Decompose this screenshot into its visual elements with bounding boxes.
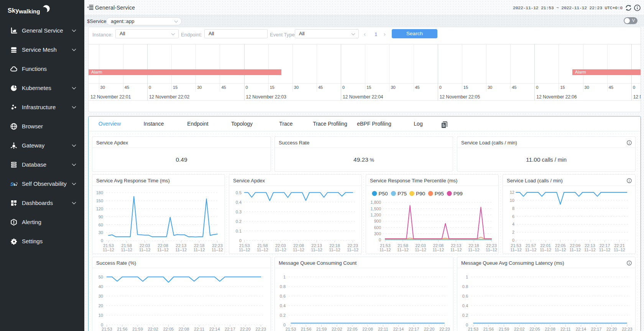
svg-text:21:53: 21:53 [286,327,296,331]
svg-text:22:11: 22:11 [378,327,388,331]
svg-text:P95: P95 [435,191,444,197]
svg-text:90: 90 [99,215,103,219]
svg-text:0.8: 0.8 [462,284,468,289]
svg-text:11–12: 11–12 [275,247,286,252]
svg-text:0: 0 [239,238,242,243]
svg-text:0.4: 0.4 [462,303,468,308]
svg-text:11–12: 11–12 [486,247,497,252]
svg-text:22:08: 22:08 [545,327,555,331]
svg-text:11–12: 11–12 [540,247,551,252]
svg-text:11–12: 11–12 [599,247,611,252]
svg-text:11–12: 11–12 [584,247,596,252]
svg-text:Skywalking: Skywalking [8,7,40,15]
svg-text:11–12: 11–12 [569,247,581,252]
svg-text:22:20: 22:20 [240,327,251,331]
svg-text:22:05: 22:05 [163,327,174,331]
svg-text:11–12: 11–12 [614,247,625,252]
svg-text:0.1: 0.1 [236,229,242,233]
svg-text:22:02: 22:02 [514,327,525,331]
svg-text:11–12: 11–12 [329,247,340,252]
svg-text:11–12: 11–12 [157,247,169,252]
svg-text:600: 600 [374,225,381,230]
svg-text:21:56: 21:56 [301,327,312,331]
svg-text:11–12: 11–12 [555,247,566,252]
svg-text:22:20: 22:20 [424,327,435,331]
svg-text:0.2: 0.2 [280,313,286,318]
svg-text:11–12: 11–12 [397,247,409,252]
svg-text:11–12: 11–12 [139,247,151,252]
svg-text:1: 1 [283,275,286,279]
svg-text:11–12: 11–12 [450,247,462,252]
svg-text:0.5: 0.5 [236,190,242,195]
svg-text:22:05: 22:05 [347,327,358,331]
svg-text:22:17: 22:17 [409,327,419,331]
svg-text:0: 0 [379,238,381,242]
svg-text:1,200: 1,200 [370,213,381,217]
svg-text:0.6: 0.6 [280,294,286,298]
svg-text:30: 30 [99,294,103,298]
svg-text:120: 120 [96,206,103,211]
svg-text:22:17: 22:17 [225,327,235,331]
svg-text:10: 10 [510,198,514,203]
svg-text:22:14: 22:14 [576,327,586,331]
svg-text:22:20: 22:20 [606,327,617,331]
svg-text:0.8: 0.8 [280,284,286,289]
svg-text:50: 50 [99,275,103,279]
svg-text:2: 2 [512,230,514,234]
svg-text:21:53: 21:53 [468,327,479,331]
svg-text:21:53: 21:53 [102,327,112,331]
svg-text:1,500: 1,500 [370,206,381,211]
svg-text:22:05: 22:05 [529,327,540,331]
svg-text:22:11: 22:11 [560,327,571,331]
svg-text:11–12: 11–12 [510,247,522,252]
svg-text:11–12: 11–12 [433,247,444,252]
svg-text:0.2: 0.2 [462,313,468,318]
svg-text:11–12: 11–12 [194,247,205,252]
svg-text:11–12: 11–12 [121,247,132,252]
svg-text:11–12: 11–12 [175,247,187,252]
svg-text:0.4: 0.4 [280,303,286,308]
svg-text:60: 60 [99,223,103,227]
svg-text:0.3: 0.3 [236,210,242,214]
svg-text:21:56: 21:56 [483,327,494,331]
svg-text:11–12: 11–12 [103,247,114,252]
svg-text:11–12: 11–12 [239,247,250,252]
svg-text:1,800: 1,800 [370,200,381,205]
svg-text:22:14: 22:14 [209,327,220,331]
svg-text:11–12: 11–12 [212,247,223,252]
svg-text:22:23: 22:23 [256,327,266,331]
svg-text:22:02: 22:02 [148,327,158,331]
svg-text:21:59: 21:59 [316,327,327,331]
svg-text:0: 0 [283,323,286,327]
svg-text:300: 300 [374,231,381,236]
svg-text:8: 8 [512,206,514,211]
svg-text:150: 150 [96,198,103,203]
svg-text:0: 0 [101,323,103,327]
svg-text:0.6: 0.6 [462,294,468,298]
svg-text:22:17: 22:17 [591,327,602,331]
svg-text:10: 10 [99,313,103,318]
svg-text:4: 4 [512,222,514,226]
svg-text:6: 6 [512,214,514,219]
svg-text:0: 0 [101,238,103,243]
svg-text:180: 180 [96,190,103,195]
svg-text:22:02: 22:02 [332,327,342,331]
svg-text:P99: P99 [453,191,463,197]
svg-text:22:11: 22:11 [194,327,204,331]
svg-text:22:23: 22:23 [439,327,450,331]
svg-text:11–12: 11–12 [525,247,537,252]
svg-text:40: 40 [99,284,103,289]
svg-text:0: 0 [512,238,514,243]
svg-text:20: 20 [99,303,103,308]
svg-text:11–12: 11–12 [380,247,391,252]
svg-text:P75: P75 [398,191,407,197]
svg-text:P50: P50 [378,191,388,197]
svg-text:30: 30 [99,230,103,235]
svg-text:22:14: 22:14 [393,327,404,331]
svg-text:22:08: 22:08 [362,327,373,331]
svg-text:0: 0 [466,323,468,327]
svg-text:22:23: 22:23 [622,327,632,331]
svg-text:0.2: 0.2 [236,219,242,224]
svg-text:21:56: 21:56 [117,327,128,331]
svg-text:11–12: 11–12 [415,247,426,252]
